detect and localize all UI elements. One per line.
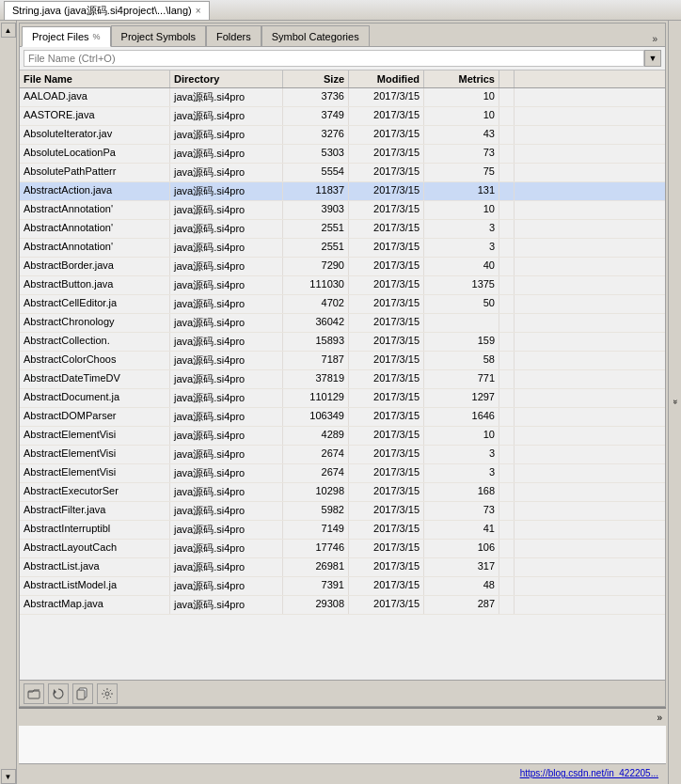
cell-filename: AbstractAnnotation' [20,239,170,257]
table-row[interactable]: AbstractMap.javajava源码.si4pro293082017/3… [20,596,665,615]
cell-size: 7149 [283,521,349,539]
cell-filename: AbstractExecutorSer [20,483,170,501]
cell-spacer [499,502,515,520]
table-row[interactable]: AbstractChronologyjava源码.si4pro360422017… [20,314,665,333]
toolbar-btn-folder[interactable] [24,683,44,704]
table-row[interactable]: AbstractAnnotation'java源码.si4pro25512017… [20,239,665,258]
cell-modified: 2017/3/15 [349,164,424,181]
cell-directory: java源码.si4pro [170,276,283,294]
search-input[interactable] [24,50,644,67]
cell-directory: java源码.si4pro [170,107,283,125]
table-row[interactable]: AbstractColorChoosjava源码.si4pro71872017/… [20,352,665,370]
table-row[interactable]: AALOAD.javajava源码.si4pro37362017/3/1510 [20,88,665,107]
tab-folders[interactable]: Folders [206,25,261,46]
table-row[interactable]: AbstractExecutorSerjava源码.si4pro10298201… [20,483,665,502]
cell-spacer [499,577,515,595]
search-dropdown-arrow[interactable]: ▼ [644,50,661,67]
cell-directory: java源码.si4pro [170,201,283,219]
scroll-up-arrow[interactable]: ▲ [1,23,16,38]
table-row[interactable]: AbstractDOMParserjava源码.si4pro1063492017… [20,408,665,427]
table-row[interactable]: AbstractDateTimeDVjava源码.si4pro378192017… [20,370,665,389]
cell-directory: java源码.si4pro [170,88,283,106]
cell-filename: AALOAD.java [20,88,170,106]
cell-directory: java源码.si4pro [170,521,283,539]
tab-right-collapse-btn[interactable]: » [646,32,663,46]
table-row[interactable]: AbsoluteLocationPajava源码.si4pro53032017/… [20,145,665,164]
table-row[interactable]: AbsolutePathPatterrjava源码.si4pro55542017… [20,164,665,182]
cell-modified: 2017/3/15 [349,558,424,576]
cell-size: 7290 [283,258,349,275]
tab-project-files[interactable]: Project Files % [22,26,111,47]
cell-metrics: 10 [424,201,499,219]
editor-tab[interactable]: String.java (java源码.si4project\...\lang)… [4,1,210,20]
cell-modified: 2017/3/15 [349,107,424,125]
table-row[interactable]: AbstractListModel.jajava源码.si4pro7391201… [20,577,665,596]
cell-metrics: 168 [424,483,499,501]
table-row[interactable]: AbstractElementVisijava源码.si4pro26742017… [20,446,665,464]
table-row[interactable]: AbstractElementVisijava源码.si4pro26742017… [20,464,665,483]
table-body[interactable]: AALOAD.javajava源码.si4pro37362017/3/1510A… [20,88,665,680]
table-row[interactable]: AbstractBorder.javajava源码.si4pro72902017… [20,258,665,276]
table-row[interactable]: AbstractLayoutCachjava源码.si4pro177462017… [20,540,665,558]
cell-modified: 2017/3/15 [349,295,424,313]
cell-modified: 2017/3/15 [349,145,424,163]
cell-metrics: 1297 [424,389,499,407]
tab-project-symbols-label: Project Symbols [121,31,196,42]
cell-filename: AbsoluteLocationPa [20,145,170,163]
right-panel-collapse[interactable]: » [668,21,681,784]
table-row[interactable]: AbstractList.javajava源码.si4pro269812017/… [20,558,665,577]
cell-directory: java源码.si4pro [170,182,283,200]
cell-filename: AbstractInterruptibl [20,521,170,539]
table-row[interactable]: AbsoluteIterator.javjava源码.si4pro3276201… [20,126,665,145]
toolbar-btn-copy[interactable] [72,683,93,704]
cell-modified: 2017/3/15 [349,370,424,388]
table-row[interactable]: AbstractCollection.java源码.si4pro15893201… [20,333,665,352]
tab-project-files-close[interactable]: % [93,32,101,41]
table-row[interactable]: AbstractElementVisijava源码.si4pro42892017… [20,427,665,446]
editor-tab-close[interactable]: × [196,6,201,16]
cell-filename: AbsoluteIterator.jav [20,126,170,144]
cell-filename: AbstractElementVisi [20,427,170,445]
table-row[interactable]: AbstractButton.javajava源码.si4pro11103020… [20,276,665,295]
toolbar-btn-refresh[interactable] [48,683,69,704]
status-url[interactable]: https://blog.csdn.net/in_422205... [520,768,658,778]
cell-metrics: 317 [424,558,499,576]
cell-modified: 2017/3/15 [349,182,424,200]
table-row[interactable]: AbstractCellEditor.jajava源码.si4pro470220… [20,295,665,314]
cell-metrics: 10 [424,88,499,106]
table-row[interactable]: AbstractAnnotation'java源码.si4pro25512017… [20,220,665,239]
tab-project-symbols[interactable]: Project Symbols [111,25,206,46]
cell-modified: 2017/3/15 [349,427,424,445]
cell-modified: 2017/3/15 [349,577,424,595]
table-row[interactable]: AbstractFilter.javajava源码.si4pro59822017… [20,502,665,521]
cell-filename: AbstractCollection. [20,333,170,351]
table-row[interactable]: AbstractDocument.jajava源码.si4pro11012920… [20,389,665,408]
toolbar-btn-settings[interactable] [97,683,118,704]
cell-filename: AbstractMap.java [20,596,170,614]
scroll-down-arrow[interactable]: ▼ [1,769,16,784]
cell-size: 3749 [283,107,349,125]
svg-rect-3 [77,690,85,699]
editor-tab-label: String.java (java源码.si4project\...\lang) [12,4,192,18]
cell-directory: java源码.si4pro [170,577,283,595]
tab-project-files-label: Project Files [32,31,89,42]
cell-size: 7187 [283,352,349,369]
table-row[interactable]: AbstractAnnotation'java源码.si4pro39032017… [20,201,665,220]
search-bar: ▼ [20,47,665,71]
tab-bar: Project Files % Project Symbols Folders … [20,24,665,47]
cell-spacer [499,295,515,313]
cell-directory: java源码.si4pro [170,314,283,332]
table-row[interactable]: AbstractAction.javajava源码.si4pro11837201… [20,182,665,201]
cell-metrics: 159 [424,333,499,351]
tab-symbol-categories[interactable]: Symbol Categories [261,25,370,46]
cell-spacer [499,88,515,106]
cell-size: 26981 [283,558,349,576]
cell-spacer [499,389,515,407]
cell-metrics [424,314,499,332]
table-row[interactable]: AbstractInterruptibljava源码.si4pro7149201… [20,521,665,540]
right-collapse-icon[interactable]: » [657,713,662,723]
table-row[interactable]: AASTORE.javajava源码.si4pro37492017/3/1510 [20,107,665,126]
cell-filename: AbstractList.java [20,558,170,576]
cell-size: 5554 [283,164,349,181]
cell-filename: AbstractElementVisi [20,464,170,482]
